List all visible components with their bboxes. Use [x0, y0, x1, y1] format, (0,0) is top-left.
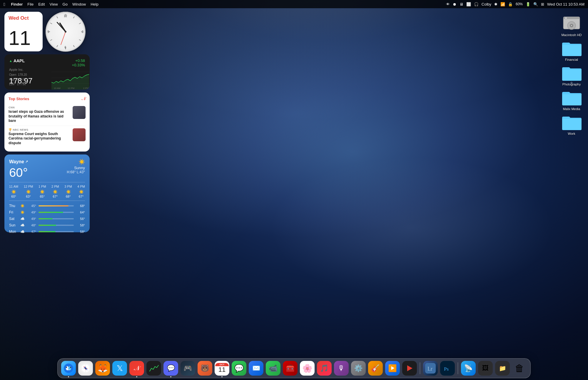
weather-hour-4: 3 PM ☀️ 68° — [64, 185, 72, 198]
display-icon[interactable]: 🖥 — [460, 2, 463, 6]
news-thumbnail-2 — [73, 128, 86, 141]
dock-garageband[interactable]: 🎸 — [368, 360, 383, 376]
weather-widget[interactable]: Wayne ↗ ☀️ 60° Sunny H:68° L:43° 11 AM ☀… — [4, 154, 90, 232]
menubar-datetime[interactable]: Wed Oct 11 10:53 AM — [547, 2, 584, 6]
desktop-item-malix-media[interactable]: Malix Media — [561, 89, 582, 111]
clock-face: 12 3 6 9 — [46, 13, 85, 51]
dock-firefox[interactable]: 🦊 — [95, 360, 111, 376]
wifi-icon[interactable]: 📶 — [500, 2, 505, 6]
news-thumbnail-1 — [73, 106, 86, 119]
menubar:  Finder File Edit View Go Window Help 👁… — [0, 0, 588, 8]
dock-steam[interactable]: 🎮 — [180, 360, 196, 376]
dock-mail[interactable]: ✉️ — [248, 360, 264, 376]
desktop-item-photography[interactable]: Photography ⚙ — [561, 64, 582, 86]
dock-lightroom[interactable]: Lr — [422, 360, 438, 376]
headphones-icon[interactable]: 🎧 — [474, 2, 479, 6]
apple-menu[interactable]:  — [4, 2, 5, 7]
news-icon: 𝒩 — [129, 361, 144, 376]
weather-hour-0: 11 AM ☀️ 60° — [9, 185, 18, 198]
clock-widget[interactable]: 12 3 6 9 — [46, 12, 85, 51]
menubar-finder[interactable]: Finder — [11, 2, 23, 6]
weather-hourly: 11 AM ☀️ 60° 12 PM ☀️ 63° 1 PM ☀️ 65° 2 … — [9, 182, 85, 198]
dock-bear[interactable]: 🐻 — [197, 360, 213, 376]
dock-finder[interactable] — [61, 360, 76, 376]
dock-music[interactable]: 🎵 — [316, 360, 332, 376]
dock-twitter[interactable]: 𝕏 — [112, 360, 128, 376]
discord-dot — [170, 376, 171, 377]
svg-text:2 PM: 2 PM — [83, 87, 89, 90]
dock-quicktime[interactable]: ▶️ — [385, 360, 400, 376]
dock-airdrop[interactable]: 📡 — [460, 360, 476, 376]
lightroom-icon: Lr — [423, 361, 438, 376]
vpn-icon[interactable]: 🔒 — [508, 2, 513, 6]
dock-photos[interactable]: 🌸 — [299, 360, 315, 376]
dock-trash[interactable]: 🗑 — [512, 360, 527, 376]
dock-toolbox[interactable]: 🧰 — [282, 360, 298, 376]
dock-facetime[interactable]: 📹 — [265, 360, 281, 376]
svg-line-9 — [50, 39, 52, 41]
malix-media-folder-icon — [561, 89, 582, 106]
menubar-user[interactable]: Colby — [482, 2, 491, 6]
macintosh-hd-icon — [562, 13, 581, 32]
malix-media-folder-label: Malix Media — [563, 107, 580, 111]
stocks-app-icon — [146, 361, 161, 376]
dock-stocks[interactable] — [146, 360, 162, 376]
podcasts-icon: 🎙 — [334, 361, 349, 376]
system-prefs-icon: ⚙️ — [351, 361, 366, 376]
window-mirror-icon[interactable]: ⬜ — [466, 2, 471, 6]
financial-folder-icon — [561, 40, 582, 57]
dock-news[interactable]: 𝒩 — [129, 360, 145, 376]
airplay-icon[interactable]: ⏺ — [453, 2, 457, 6]
svg-point-34 — [70, 367, 71, 368]
widget-top-row: Wed Oct 11 12 3 6 9 — [4, 12, 90, 51]
stocks-chart: 10 AM 12 PM 2 PM — [51, 66, 90, 90]
menubar-edit[interactable]: Edit — [38, 2, 45, 6]
battery-level[interactable]: 60% — [516, 2, 523, 6]
weather-condition: Sunny H:68° L:43° — [67, 166, 85, 174]
finalcut-icon — [402, 361, 417, 376]
news-headline-1: Israel steps up Gaza offensive as brutal… — [9, 110, 70, 123]
dock-discord[interactable]: 💬 — [163, 360, 179, 376]
weather-hour-1: 12 PM ☀️ 63° — [24, 185, 33, 198]
svg-line-3 — [79, 23, 81, 24]
svg-rect-29 — [565, 18, 567, 19]
stocks-widget[interactable]: ▲ AAPL +0.58 +0.33% Apple Inc. Open 178.… — [4, 54, 90, 90]
weather-temperature: 60° — [9, 166, 28, 180]
dock-system-prefs[interactable]: ⚙️ — [350, 360, 366, 376]
news-item-2[interactable]: 🏆 NBC NEWS Supreme Court weighs South Ca… — [9, 126, 86, 148]
dock-photoshop[interactable]: Ps — [440, 360, 455, 376]
bluetooth-icon[interactable]: ✱ — [494, 2, 497, 6]
screen-sharing-icon[interactable]: 👁 — [446, 2, 450, 6]
photography-badge: ⚙ — [570, 81, 573, 84]
toolbox-icon: 🧰 — [283, 361, 298, 376]
news-widget[interactable]: Top Stories 𝒩 CNN Israel steps up Gaza o… — [4, 93, 90, 152]
news-item-1[interactable]: CNN Israel steps up Gaza offensive as br… — [9, 104, 86, 126]
dock-podcasts[interactable]: 🎙 — [333, 360, 349, 376]
menubar-help[interactable]: Help — [91, 2, 98, 6]
control-center-icon[interactable]: ⊞ — [541, 2, 544, 6]
dock-finalcut[interactable] — [402, 360, 417, 376]
dock-photo-library[interactable]: 🖼 — [477, 360, 493, 376]
dock-calendar[interactable]: OCT 11 — [214, 360, 230, 376]
weather-location: Wayne ↗ ☀️ — [9, 159, 85, 165]
work-folder-label: Work — [568, 132, 575, 135]
calendar-widget[interactable]: Wed Oct 11 — [4, 12, 43, 51]
desktop-item-work[interactable]: Work — [561, 114, 582, 135]
dock: 🦊 𝕏 𝒩 💬 🎮 🐻 OCT 11 💬 — [57, 358, 531, 378]
svg-point-28 — [571, 25, 572, 26]
dock-messages[interactable]: 💬 — [231, 360, 247, 376]
news-source-2: 🏆 NBC NEWS — [9, 128, 70, 131]
menubar-go[interactable]: Go — [63, 2, 68, 6]
menubar-right: 👁 ⏺ 🖥 ⬜ 🎧 Colby ✱ 📶 🔒 60% 🔋 🔍 ⊞ Wed Oct … — [446, 2, 584, 6]
menubar-window[interactable]: Window — [72, 2, 86, 6]
calendar-day-number: 11 — [9, 28, 39, 48]
dock-safari[interactable] — [78, 360, 93, 376]
photography-folder-icon — [561, 64, 582, 81]
menubar-file[interactable]: File — [27, 2, 34, 6]
desktop-item-macintosh-hd[interactable]: Macintosh HD — [561, 13, 582, 37]
menubar-view[interactable]: View — [50, 2, 58, 6]
dock-extra-item[interactable]: 📁 — [495, 360, 510, 376]
desktop-item-financial[interactable]: Financial — [561, 40, 582, 61]
search-icon[interactable]: 🔍 — [533, 2, 538, 6]
bear-icon: 🐻 — [198, 361, 212, 376]
